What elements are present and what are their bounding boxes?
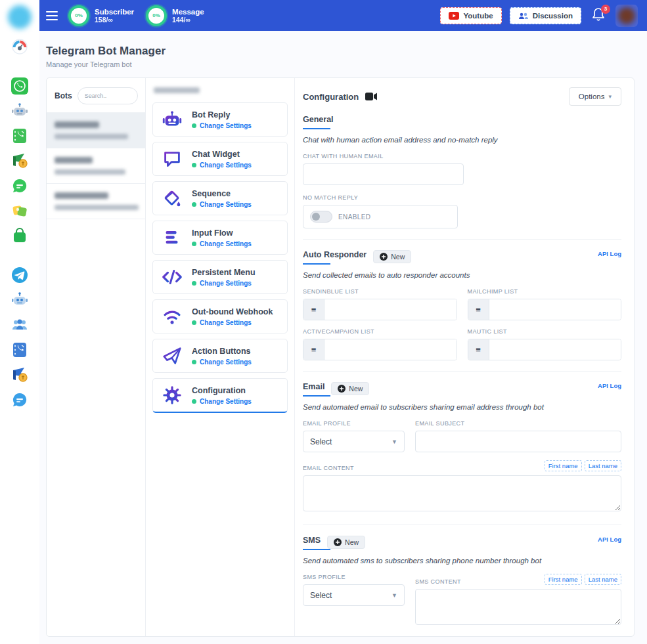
whatsapp-bot-icon[interactable] bbox=[11, 102, 28, 119]
store-icon[interactable] bbox=[11, 227, 28, 244]
notifications-button[interactable]: 3 bbox=[592, 7, 605, 24]
telegram-campaign-icon[interactable] bbox=[11, 366, 28, 383]
email-api-log-link[interactable]: API Log bbox=[598, 382, 621, 389]
activecampaign-list-input[interactable] bbox=[324, 339, 457, 360]
telegram-contacts-icon[interactable] bbox=[11, 341, 28, 358]
menu-item-outbound-webhook[interactable]: Out-bound Webhook Change Settings bbox=[152, 299, 288, 333]
change-settings-link[interactable]: Change Settings bbox=[200, 398, 252, 405]
sms-profile-select[interactable]: Select▼ bbox=[303, 584, 405, 606]
menu-item-input-flow[interactable]: Input Flow Change Settings bbox=[152, 221, 288, 255]
email-profile-select[interactable]: Select▼ bbox=[303, 431, 405, 452]
mautic-list-label: MAUTIC LIST bbox=[468, 328, 622, 335]
status-dot bbox=[192, 242, 196, 246]
discussion-button-label: Discussion bbox=[533, 12, 573, 20]
auto-responder-api-log-link[interactable]: API Log bbox=[598, 250, 621, 257]
sms-profile-value: Select bbox=[310, 591, 332, 600]
telegram-bot-icon[interactable] bbox=[11, 291, 28, 309]
whatsapp-contacts-icon[interactable] bbox=[11, 127, 28, 144]
whatsapp-icon[interactable] bbox=[11, 77, 28, 95]
integrations-icon[interactable] bbox=[11, 202, 28, 219]
email-profile-label: EMAIL PROFILE bbox=[303, 420, 405, 427]
first-name-chip[interactable]: First name bbox=[545, 460, 582, 471]
main-area: 0% Subscriber 158/∞ 0% Message 144/∞ You… bbox=[39, 0, 647, 644]
change-settings-link[interactable]: Change Settings bbox=[200, 122, 252, 129]
sms-description: Send automated sms to subscribers sharin… bbox=[303, 557, 621, 565]
tab-general[interactable]: General bbox=[303, 115, 334, 129]
bot-search-input[interactable] bbox=[78, 87, 138, 104]
change-settings-link[interactable]: Change Settings bbox=[200, 201, 252, 208]
tab-auto-responder[interactable]: Auto Responder bbox=[303, 250, 367, 265]
auto-responder-new-button[interactable]: New bbox=[373, 250, 411, 263]
chat-with-human-email-input[interactable] bbox=[303, 163, 464, 185]
email-new-button[interactable]: New bbox=[331, 382, 369, 395]
persistent-menu-icon bbox=[161, 266, 183, 288]
subscriber-progress-ring: 0% bbox=[68, 5, 89, 26]
sendinblue-list-input[interactable] bbox=[324, 299, 457, 320]
status-dot bbox=[192, 163, 196, 167]
telegram-chat-icon[interactable] bbox=[11, 391, 28, 408]
whatsapp-campaign-icon[interactable] bbox=[11, 152, 28, 169]
tab-sms[interactable]: SMS bbox=[303, 536, 321, 550]
subscriber-stat: 0% Subscriber 158/∞ bbox=[68, 5, 134, 26]
mailchimp-list-input[interactable] bbox=[489, 299, 621, 320]
bot-list-item[interactable] bbox=[47, 183, 145, 219]
change-settings-link[interactable]: Change Settings bbox=[200, 358, 252, 366]
message-progress-ring: 0% bbox=[146, 5, 167, 26]
bot-name-redacted bbox=[55, 157, 93, 163]
users-icon bbox=[518, 12, 529, 20]
menu-item-title: Persistent Menu bbox=[192, 268, 256, 277]
sms-api-log-link[interactable]: API Log bbox=[598, 536, 621, 543]
menu-item-bot-reply[interactable]: Bot Reply Change Settings bbox=[152, 102, 288, 137]
whatsapp-chat-icon[interactable] bbox=[11, 177, 28, 194]
page-content: Telegram Bot Manager Manage your Telegra… bbox=[39, 31, 647, 644]
bots-panel: Bots bbox=[47, 78, 145, 636]
mautic-list-input[interactable] bbox=[489, 339, 621, 360]
bot-username-redacted bbox=[55, 134, 128, 139]
menu-item-configuration[interactable]: Configuration Change Settings bbox=[152, 378, 288, 413]
change-settings-link[interactable]: Change Settings bbox=[200, 280, 252, 287]
message-label: Message bbox=[172, 8, 204, 16]
message-count: 144/∞ bbox=[172, 16, 204, 24]
sendinblue-list-label: SENDINBLUE LIST bbox=[303, 288, 457, 295]
menu-item-persistent-menu[interactable]: Persistent Menu Change Settings bbox=[152, 260, 288, 294]
discussion-button[interactable]: Discussion bbox=[510, 7, 581, 24]
youtube-button-label: Youtube bbox=[463, 12, 493, 20]
telegram-icon[interactable] bbox=[11, 267, 28, 284]
first-name-chip[interactable]: First name bbox=[545, 574, 582, 585]
menu-item-title: Bot Reply bbox=[192, 110, 252, 119]
no-match-reply-label: NO MATCH REPLY bbox=[303, 194, 621, 201]
bot-list-item[interactable] bbox=[47, 112, 145, 148]
telegram-subscribers-icon[interactable] bbox=[11, 316, 28, 333]
last-name-chip[interactable]: Last name bbox=[585, 460, 621, 471]
tab-email[interactable]: Email bbox=[303, 382, 324, 397]
email-content-label: EMAIL CONTENT bbox=[303, 465, 354, 471]
menu-item-chat-widget[interactable]: Chat Widget Change Settings bbox=[152, 142, 288, 176]
user-avatar[interactable] bbox=[615, 5, 638, 27]
options-button[interactable]: Options ▾ bbox=[569, 87, 621, 106]
email-content-textarea[interactable] bbox=[303, 475, 621, 511]
menu-item-sequence[interactable]: Sequence Change Settings bbox=[152, 181, 288, 215]
sms-content-textarea[interactable] bbox=[415, 589, 621, 625]
change-settings-link[interactable]: Change Settings bbox=[200, 240, 252, 247]
menu-item-action-buttons[interactable]: Action Buttons Change Settings bbox=[152, 339, 288, 373]
plus-circle-icon bbox=[380, 253, 388, 261]
change-settings-link[interactable]: Change Settings bbox=[200, 161, 252, 169]
dashboard-icon[interactable] bbox=[11, 38, 28, 55]
email-subject-input[interactable] bbox=[415, 431, 621, 452]
bot-username-redacted bbox=[55, 205, 139, 210]
email-description: Send automated email to subscribers shar… bbox=[303, 403, 621, 411]
last-name-chip[interactable]: Last name bbox=[585, 574, 621, 585]
general-description: Chat with human action email address and… bbox=[303, 136, 621, 144]
action-buttons-icon bbox=[161, 345, 183, 367]
sequence-icon bbox=[161, 187, 183, 209]
sms-new-button[interactable]: New bbox=[327, 536, 365, 549]
list-icon: ≡ bbox=[303, 299, 324, 320]
change-settings-link[interactable]: Change Settings bbox=[200, 319, 252, 326]
no-match-reply-toggle[interactable] bbox=[310, 211, 332, 223]
menu-toggle-icon[interactable] bbox=[46, 9, 58, 23]
app-logo[interactable] bbox=[8, 5, 32, 29]
video-tutorial-icon[interactable] bbox=[365, 92, 377, 101]
bot-list-item[interactable] bbox=[47, 148, 145, 183]
configuration-icon bbox=[161, 384, 183, 406]
youtube-button[interactable]: Youtube bbox=[440, 7, 501, 24]
